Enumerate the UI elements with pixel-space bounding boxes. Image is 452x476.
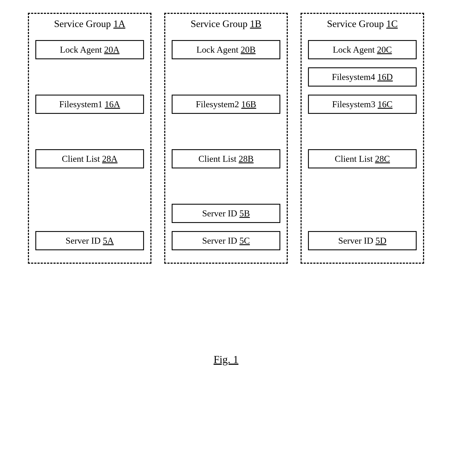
group-slots: Lock Agent 20B Filesystem2 16B Client Li… (172, 38, 280, 256)
box-ref: 28A (102, 154, 117, 164)
gap (308, 120, 417, 143)
box-ref: 5B (239, 209, 250, 218)
gap (172, 65, 280, 89)
box-ref: 5C (239, 236, 250, 245)
box-server-id: Server ID 5A (35, 229, 144, 252)
box-label: Server ID (338, 236, 376, 245)
box-ref: 28B (239, 154, 253, 164)
box-ref: 5A (103, 236, 114, 245)
box-ref: 20B (241, 45, 256, 54)
gap (172, 120, 280, 143)
service-group-1a: Service Group 1A Lock Agent 20A Filesyst… (28, 13, 152, 264)
gap (35, 174, 144, 198)
box-server-id-5b: Server ID 5B (172, 202, 280, 225)
gap (308, 174, 417, 198)
gap (35, 120, 144, 143)
box-label: Filesystem3 (332, 99, 378, 109)
box-ref: 16C (378, 99, 392, 109)
box-client-list: Client List 28B (172, 147, 280, 170)
box-filesystem4: Filesystem4 16D (308, 65, 417, 89)
box-ref: 20C (377, 45, 392, 54)
group-title: Service Group 1A (35, 18, 144, 29)
box-server-id-5c: Server ID 5C (172, 229, 280, 252)
gap (172, 174, 280, 198)
group-slots: Lock Agent 20C Filesystem4 16D Filesyste… (308, 38, 417, 256)
box-label: Server ID (66, 236, 103, 245)
box-ref: 20A (104, 45, 120, 54)
gap (308, 202, 417, 225)
box-ref: 16A (105, 99, 120, 109)
box-label: Client List (335, 154, 375, 164)
groups-container: Service Group 1A Lock Agent 20A Filesyst… (13, 13, 439, 264)
box-lock-agent: Lock Agent 20A (35, 38, 144, 61)
box-label: Lock Agent (333, 45, 377, 54)
gap (35, 65, 144, 89)
figure-label-text: Fig. 1 (214, 354, 239, 365)
group-title: Service Group 1C (308, 18, 417, 29)
group-title-ref: 1C (386, 18, 398, 29)
box-label: Filesystem4 (332, 72, 378, 82)
box-label: Lock Agent (60, 45, 104, 54)
box-label: Server ID (202, 236, 239, 245)
group-title-prefix: Service Group (191, 18, 250, 29)
group-title: Service Group 1B (172, 18, 280, 29)
box-ref: 28C (375, 154, 390, 164)
box-label: Client List (198, 154, 239, 164)
group-title-prefix: Service Group (54, 18, 113, 29)
box-label: Client List (62, 154, 102, 164)
box-client-list: Client List 28A (35, 147, 144, 170)
box-label: Filesystem1 (59, 99, 105, 109)
box-filesystem2: Filesystem2 16B (172, 93, 280, 116)
gap (35, 202, 144, 225)
group-slots: Lock Agent 20A Filesystem1 16A Client Li… (35, 38, 144, 256)
box-client-list: Client List 28C (308, 147, 417, 170)
box-lock-agent: Lock Agent 20C (308, 38, 417, 61)
box-label: Lock Agent (196, 45, 241, 54)
group-title-ref: 1A (113, 18, 125, 29)
box-ref: 16D (378, 72, 393, 82)
service-group-1c: Service Group 1C Lock Agent 20C Filesyst… (300, 13, 424, 264)
box-ref: 16B (241, 99, 256, 109)
group-title-prefix: Service Group (327, 18, 386, 29)
box-ref: 5D (376, 236, 386, 245)
service-group-1b: Service Group 1B Lock Agent 20B Filesyst… (164, 13, 288, 264)
box-label: Filesystem2 (196, 99, 241, 109)
figure-label: Fig. 1 (13, 353, 439, 366)
box-label: Server ID (202, 209, 239, 218)
box-server-id: Server ID 5D (308, 229, 417, 252)
group-title-ref: 1B (250, 18, 261, 29)
box-filesystem1: Filesystem1 16A (35, 93, 144, 116)
box-lock-agent: Lock Agent 20B (172, 38, 280, 61)
box-filesystem3: Filesystem3 16C (308, 93, 417, 116)
